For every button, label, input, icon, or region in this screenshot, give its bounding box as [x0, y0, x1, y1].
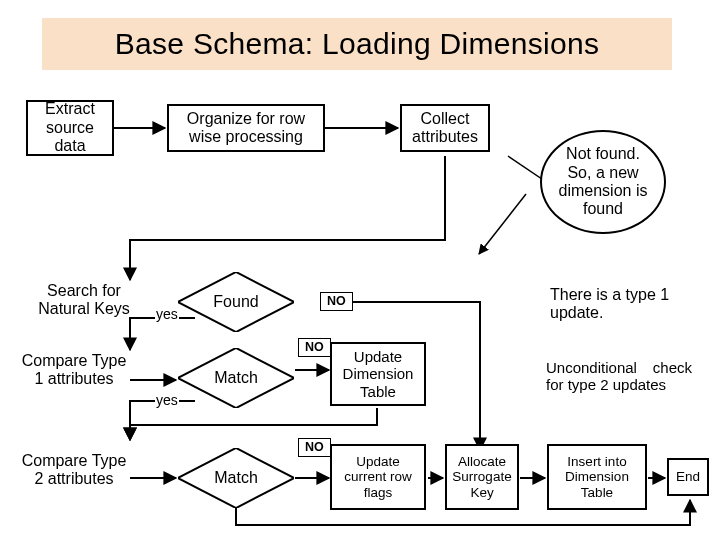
- node-extract: Extract source data: [26, 100, 114, 156]
- node-collect: Collect attributes: [400, 104, 490, 152]
- svg-line-10: [479, 194, 526, 254]
- label-match2-no: NO: [298, 438, 331, 457]
- label-match1-no: NO: [298, 338, 331, 357]
- node-update-dim: Update Dimension Table: [330, 342, 426, 406]
- label-found-yes: yes: [155, 306, 179, 322]
- callout-type2: Unconditional check for type 2 updates: [540, 344, 698, 408]
- node-match1-decision: Match: [178, 354, 294, 402]
- label-match1-yes: yes: [155, 392, 179, 408]
- node-found-decision: Found: [178, 278, 294, 326]
- node-compare2: Compare Type 2 attributes: [14, 448, 134, 492]
- node-organize: Organize for row wise processing: [167, 104, 325, 152]
- callout-type1: There is a type 1 update.: [544, 282, 694, 326]
- node-match1-label: Match: [214, 369, 258, 387]
- node-allocate-key: Allocate Surrogate Key: [445, 444, 519, 510]
- node-update-flags: Update current row flags: [330, 444, 426, 510]
- node-match2-decision: Match: [178, 454, 294, 502]
- label-found-no: NO: [320, 292, 353, 311]
- page-title: Base Schema: Loading Dimensions: [42, 18, 672, 70]
- callout-not-found: Not found. So, a new dimension is found: [540, 130, 666, 234]
- node-compare1: Compare Type 1 attributes: [14, 348, 134, 392]
- node-insert-dim: Insert into Dimension Table: [547, 444, 647, 510]
- node-end: End: [667, 458, 709, 496]
- node-search: Search for Natural Keys: [32, 278, 136, 322]
- node-found-label: Found: [213, 293, 258, 311]
- node-match2-label: Match: [214, 469, 258, 487]
